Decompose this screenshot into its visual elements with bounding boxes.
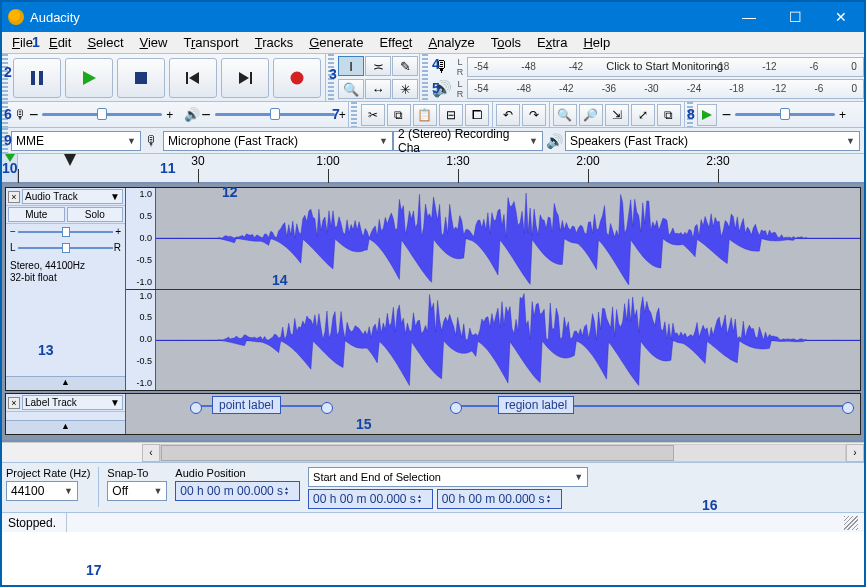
pin-button[interactable] <box>2 154 18 182</box>
vertical-scale[interactable]: 1.00.50.0-0.5-1.0 <box>126 188 156 289</box>
zoom-in-button[interactable]: 🔍 <box>553 104 577 126</box>
scroll-left-button[interactable]: ‹ <box>142 444 160 462</box>
skip-end-button[interactable] <box>221 58 269 98</box>
vertical-scale[interactable]: 1.00.50.0-0.5-1.0 <box>126 290 156 391</box>
cut-button[interactable]: ✂ <box>361 104 385 126</box>
zoom-out-button[interactable]: 🔎 <box>579 104 603 126</box>
time-ruler[interactable]: 301:001:302:002:30 <box>18 154 864 182</box>
track-close-button[interactable]: × <box>8 191 20 203</box>
envelope-tool[interactable]: ≍ <box>365 56 391 76</box>
play-button[interactable] <box>65 58 113 98</box>
fit-selection-button[interactable]: ⇲ <box>605 104 629 126</box>
track-menu-button[interactable]: Audio Track▼ <box>22 189 123 204</box>
label-point-handle[interactable] <box>321 400 333 418</box>
selection-tool[interactable]: I <box>338 56 364 76</box>
play-at-speed-button[interactable] <box>697 104 717 126</box>
draw-tool[interactable]: ✎ <box>392 56 418 76</box>
trim-button[interactable]: ⊟ <box>439 104 463 126</box>
scroll-thumb[interactable] <box>161 445 674 461</box>
svg-marker-10 <box>5 154 15 162</box>
project-rate-combo[interactable]: 44100▼ <box>6 481 78 501</box>
pause-button[interactable] <box>13 58 61 98</box>
grip[interactable] <box>687 102 693 127</box>
menu-analyze[interactable]: Analyze <box>420 33 482 52</box>
label-region-start-handle[interactable] <box>450 400 462 418</box>
track-collapse-button[interactable]: ▲ <box>6 376 125 390</box>
region-label[interactable]: region label <box>498 396 574 414</box>
track-collapse-button[interactable]: ▲ <box>6 420 125 434</box>
track-gain-slider[interactable]: −+ <box>10 226 121 238</box>
playhead-icon[interactable] <box>64 154 76 166</box>
playback-speed-slider[interactable]: −+ <box>722 106 846 124</box>
multi-tool[interactable]: ✳ <box>392 79 418 99</box>
playback-device-combo[interactable]: Speakers (Fast Track)▼ <box>565 131 860 151</box>
undo-button[interactable]: ↶ <box>496 104 520 126</box>
playback-volume-slider[interactable]: −+ <box>201 106 345 124</box>
recording-meter[interactable]: -54-48-42-18-12-60 Click to Start Monito… <box>467 57 864 77</box>
grip[interactable] <box>422 54 428 101</box>
menu-transport[interactable]: Transport <box>175 33 246 52</box>
label-point-handle[interactable] <box>190 400 202 418</box>
title-bar: Audacity — ☐ ✕ <box>2 2 864 32</box>
mute-button[interactable]: Mute <box>8 207 65 222</box>
grip[interactable] <box>2 102 8 127</box>
waveform-right-channel[interactable]: 1.00.50.0-0.5-1.0 <box>126 290 860 391</box>
timeshift-tool[interactable]: ↔ <box>365 79 391 99</box>
zoom-tool[interactable]: 🔍 <box>338 79 364 99</box>
zoom-toggle-button[interactable]: ⧉ <box>657 104 681 126</box>
audio-host-combo[interactable]: MME▼ <box>11 131 141 151</box>
track-close-button[interactable]: × <box>8 397 20 409</box>
selection-mode-combo[interactable]: Start and End of Selection▼ <box>308 467 588 487</box>
label-track-body[interactable]: point label region label <box>126 394 860 432</box>
scroll-right-button[interactable]: › <box>846 444 864 462</box>
maximize-button[interactable]: ☐ <box>772 2 818 32</box>
selection-end-field[interactable]: 00 h 00 m 00.000 s▴▾ <box>437 489 562 509</box>
grip[interactable] <box>2 54 8 101</box>
track-pan-slider[interactable]: LR <box>10 242 121 254</box>
recording-volume-slider[interactable]: −+ <box>29 106 173 124</box>
grip[interactable] <box>351 102 357 127</box>
menu-generate[interactable]: Generate <box>301 33 371 52</box>
grip[interactable] <box>328 54 334 101</box>
grip[interactable] <box>2 128 8 153</box>
mic-icon: 🎙 <box>141 133 163 149</box>
point-label[interactable]: point label <box>212 396 281 414</box>
menu-help[interactable]: Help <box>575 33 618 52</box>
record-button[interactable] <box>273 58 321 98</box>
playback-meter[interactable]: -54-48-42-36-30-24-18-12-60 <box>467 79 864 99</box>
solo-button[interactable]: Solo <box>67 207 124 222</box>
selection-start-field[interactable]: 00 h 00 m 00.000 s▴▾ <box>308 489 433 509</box>
menu-effect[interactable]: Effect <box>371 33 420 52</box>
svg-marker-9 <box>702 110 712 120</box>
resize-grip[interactable] <box>844 516 858 530</box>
stop-button[interactable] <box>117 58 165 98</box>
waveform-left-channel[interactable]: 1.00.50.0-0.5-1.0 <box>126 188 860 290</box>
minimize-button[interactable]: — <box>726 2 772 32</box>
track-menu-button[interactable]: Label Track▼ <box>22 395 123 410</box>
scroll-track[interactable] <box>160 444 846 462</box>
snap-to-combo[interactable]: Off▼ <box>107 481 167 501</box>
fit-project-button[interactable]: ⤢ <box>631 104 655 126</box>
recording-channels-combo[interactable]: 2 (Stereo) Recording Cha▼ <box>393 131 543 151</box>
annotation-17: 17 <box>86 562 102 578</box>
menu-file[interactable]: File <box>4 33 41 52</box>
skip-start-button[interactable] <box>169 58 217 98</box>
menu-select[interactable]: Select <box>79 33 131 52</box>
rec-meter-icon[interactable]: 🎙 <box>431 57 453 77</box>
paste-button[interactable]: 📋 <box>413 104 437 126</box>
audio-position-field[interactable]: 00 h 00 m 00.000 s▴▾ <box>175 481 300 501</box>
menu-view[interactable]: View <box>132 33 176 52</box>
menu-tracks[interactable]: Tracks <box>247 33 302 52</box>
play-meter-icon[interactable]: 🔊 <box>431 79 453 99</box>
menu-extra[interactable]: Extra <box>529 33 575 52</box>
window-title: Audacity <box>30 10 80 25</box>
recording-device-combo[interactable]: Microphone (Fast Track)▼ <box>163 131 393 151</box>
timeline[interactable]: 301:001:302:002:30 <box>2 154 864 184</box>
label-region-end-handle[interactable] <box>842 400 854 418</box>
redo-button[interactable]: ↷ <box>522 104 546 126</box>
copy-button[interactable]: ⧉ <box>387 104 411 126</box>
close-button[interactable]: ✕ <box>818 2 864 32</box>
menu-tools[interactable]: Tools <box>483 33 529 52</box>
menu-edit[interactable]: Edit <box>41 33 79 52</box>
silence-button[interactable]: ⧠ <box>465 104 489 126</box>
